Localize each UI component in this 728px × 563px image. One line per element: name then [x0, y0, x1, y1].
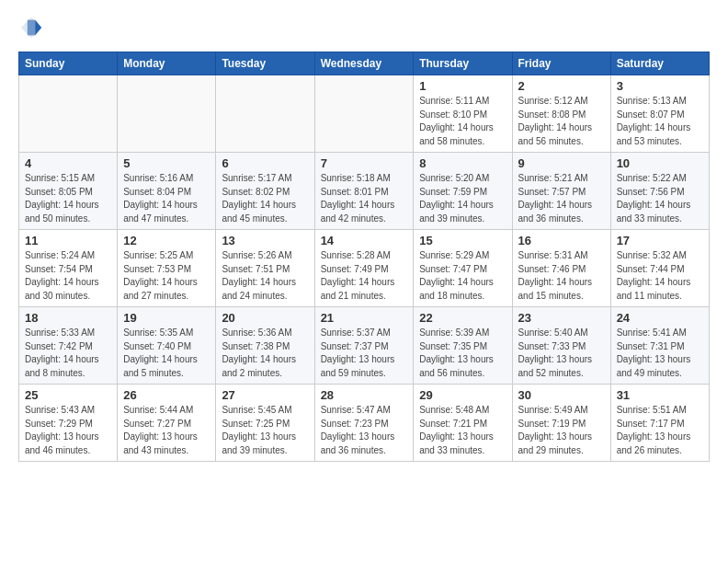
calendar-cell: 13Sunrise: 5:26 AMSunset: 7:51 PMDayligh…: [216, 230, 314, 307]
day-number: 31: [617, 388, 703, 402]
calendar-cell: 25Sunrise: 5:43 AMSunset: 7:29 PMDayligh…: [19, 385, 118, 462]
day-number: 12: [123, 234, 210, 247]
day-number: 15: [419, 234, 506, 247]
day-number: 3: [617, 79, 703, 93]
calendar-cell: [314, 75, 414, 153]
day-info: Sunrise: 5:26 AMSunset: 7:51 PMDaylight:…: [222, 249, 308, 303]
day-info: Sunrise: 5:18 AMSunset: 8:01 PMDaylight:…: [321, 172, 408, 225]
weekday-header-row: SundayMondayTuesdayWednesdayThursdayFrid…: [19, 52, 710, 75]
calendar-cell: 8Sunrise: 5:20 AMSunset: 7:59 PMDaylight…: [414, 153, 512, 230]
day-number: 5: [123, 156, 210, 170]
calendar-cell: 31Sunrise: 5:51 AMSunset: 7:17 PMDayligh…: [610, 385, 709, 462]
weekday-header-wednesday: Wednesday: [314, 52, 414, 75]
day-number: 1: [419, 79, 506, 93]
day-number: 8: [419, 156, 506, 170]
day-number: 22: [419, 311, 506, 325]
day-info: Sunrise: 5:28 AMSunset: 7:49 PMDaylight:…: [321, 249, 408, 303]
calendar-cell: 5Sunrise: 5:16 AMSunset: 8:04 PMDaylight…: [118, 153, 216, 230]
day-number: 26: [123, 388, 210, 402]
calendar-cell: 23Sunrise: 5:40 AMSunset: 7:33 PMDayligh…: [512, 307, 610, 385]
day-info: Sunrise: 5:40 AMSunset: 7:33 PMDaylight:…: [518, 327, 605, 380]
day-number: 16: [518, 234, 605, 247]
day-info: Sunrise: 5:51 AMSunset: 7:17 PMDaylight:…: [617, 404, 703, 457]
day-info: Sunrise: 5:49 AMSunset: 7:19 PMDaylight:…: [518, 404, 605, 457]
day-info: Sunrise: 5:41 AMSunset: 7:31 PMDaylight:…: [617, 327, 703, 380]
weekday-header-tuesday: Tuesday: [216, 52, 314, 75]
day-info: Sunrise: 5:20 AMSunset: 7:59 PMDaylight:…: [419, 172, 506, 225]
calendar-cell: 24Sunrise: 5:41 AMSunset: 7:31 PMDayligh…: [610, 307, 709, 385]
calendar-cell: 11Sunrise: 5:24 AMSunset: 7:54 PMDayligh…: [19, 230, 118, 307]
day-number: 21: [321, 311, 408, 325]
calendar-cell: 22Sunrise: 5:39 AMSunset: 7:35 PMDayligh…: [414, 307, 512, 385]
calendar-cell: 1Sunrise: 5:11 AMSunset: 8:10 PMDaylight…: [414, 75, 512, 153]
day-number: 4: [25, 156, 111, 170]
weekday-header-saturday: Saturday: [610, 52, 709, 75]
calendar-cell: 18Sunrise: 5:33 AMSunset: 7:42 PMDayligh…: [19, 307, 118, 385]
calendar-cell: 29Sunrise: 5:48 AMSunset: 7:21 PMDayligh…: [414, 385, 512, 462]
day-number: 23: [518, 311, 605, 325]
week-row-4: 18Sunrise: 5:33 AMSunset: 7:42 PMDayligh…: [19, 307, 710, 385]
calendar-cell: 9Sunrise: 5:21 AMSunset: 7:57 PMDaylight…: [512, 153, 610, 230]
day-number: 13: [222, 234, 308, 247]
calendar-table: SundayMondayTuesdayWednesdayThursdayFrid…: [18, 52, 710, 462]
day-number: 6: [222, 156, 308, 170]
calendar-cell: 28Sunrise: 5:47 AMSunset: 7:23 PMDayligh…: [314, 385, 414, 462]
day-number: 17: [617, 234, 703, 247]
week-row-3: 11Sunrise: 5:24 AMSunset: 7:54 PMDayligh…: [19, 230, 710, 307]
weekday-header-friday: Friday: [512, 52, 610, 75]
day-number: 2: [518, 79, 605, 93]
weekday-header-thursday: Thursday: [414, 52, 512, 75]
day-number: 9: [518, 156, 605, 170]
calendar-cell: 12Sunrise: 5:25 AMSunset: 7:53 PMDayligh…: [118, 230, 216, 307]
page-header: [18, 15, 710, 40]
day-number: 14: [321, 234, 408, 247]
calendar-cell: 14Sunrise: 5:28 AMSunset: 7:49 PMDayligh…: [314, 230, 414, 307]
calendar-cell: 10Sunrise: 5:22 AMSunset: 7:56 PMDayligh…: [610, 153, 709, 230]
day-number: 27: [222, 388, 308, 402]
logo: [18, 15, 50, 40]
weekday-header-monday: Monday: [118, 52, 216, 75]
week-row-5: 25Sunrise: 5:43 AMSunset: 7:29 PMDayligh…: [19, 385, 710, 462]
day-info: Sunrise: 5:44 AMSunset: 7:27 PMDaylight:…: [123, 404, 210, 457]
day-info: Sunrise: 5:21 AMSunset: 7:57 PMDaylight:…: [518, 172, 605, 225]
calendar-cell: 6Sunrise: 5:17 AMSunset: 8:02 PMDaylight…: [216, 153, 314, 230]
day-info: Sunrise: 5:11 AMSunset: 8:10 PMDaylight:…: [419, 95, 506, 148]
day-info: Sunrise: 5:43 AMSunset: 7:29 PMDaylight:…: [25, 404, 111, 457]
day-info: Sunrise: 5:36 AMSunset: 7:38 PMDaylight:…: [222, 327, 308, 380]
day-info: Sunrise: 5:48 AMSunset: 7:21 PMDaylight:…: [419, 404, 506, 457]
day-number: 20: [222, 311, 308, 325]
calendar-cell: 19Sunrise: 5:35 AMSunset: 7:40 PMDayligh…: [118, 307, 216, 385]
svg-marker-1: [35, 20, 41, 36]
calendar-cell: 2Sunrise: 5:12 AMSunset: 8:08 PMDaylight…: [512, 75, 610, 153]
day-number: 18: [25, 311, 111, 325]
day-info: Sunrise: 5:16 AMSunset: 8:04 PMDaylight:…: [123, 172, 210, 225]
day-info: Sunrise: 5:32 AMSunset: 7:44 PMDaylight:…: [617, 249, 703, 303]
day-info: Sunrise: 5:13 AMSunset: 8:07 PMDaylight:…: [617, 95, 703, 148]
calendar-cell: 4Sunrise: 5:15 AMSunset: 8:05 PMDaylight…: [19, 153, 118, 230]
day-info: Sunrise: 5:35 AMSunset: 7:40 PMDaylight:…: [123, 327, 210, 380]
day-info: Sunrise: 5:12 AMSunset: 8:08 PMDaylight:…: [518, 95, 605, 148]
day-number: 7: [321, 156, 408, 170]
calendar-cell: 16Sunrise: 5:31 AMSunset: 7:46 PMDayligh…: [512, 230, 610, 307]
calendar-cell: 7Sunrise: 5:18 AMSunset: 8:01 PMDaylight…: [314, 153, 414, 230]
day-info: Sunrise: 5:24 AMSunset: 7:54 PMDaylight:…: [25, 249, 111, 303]
calendar-cell: 3Sunrise: 5:13 AMSunset: 8:07 PMDaylight…: [610, 75, 709, 153]
weekday-header-sunday: Sunday: [19, 52, 118, 75]
calendar-cell: 30Sunrise: 5:49 AMSunset: 7:19 PMDayligh…: [512, 385, 610, 462]
day-info: Sunrise: 5:29 AMSunset: 7:47 PMDaylight:…: [419, 249, 506, 303]
week-row-1: 1Sunrise: 5:11 AMSunset: 8:10 PMDaylight…: [19, 75, 710, 153]
day-info: Sunrise: 5:31 AMSunset: 7:46 PMDaylight:…: [518, 249, 605, 303]
day-info: Sunrise: 5:25 AMSunset: 7:53 PMDaylight:…: [123, 249, 210, 303]
day-info: Sunrise: 5:17 AMSunset: 8:02 PMDaylight:…: [222, 172, 308, 225]
day-number: 24: [617, 311, 703, 325]
day-info: Sunrise: 5:47 AMSunset: 7:23 PMDaylight:…: [321, 404, 408, 457]
day-number: 28: [321, 388, 408, 402]
day-number: 11: [25, 234, 111, 247]
day-number: 10: [617, 156, 703, 170]
day-info: Sunrise: 5:33 AMSunset: 7:42 PMDaylight:…: [25, 327, 111, 380]
calendar-cell: 26Sunrise: 5:44 AMSunset: 7:27 PMDayligh…: [118, 385, 216, 462]
day-info: Sunrise: 5:22 AMSunset: 7:56 PMDaylight:…: [617, 172, 703, 225]
day-number: 25: [25, 388, 111, 402]
day-number: 29: [419, 388, 506, 402]
day-number: 30: [518, 388, 605, 402]
